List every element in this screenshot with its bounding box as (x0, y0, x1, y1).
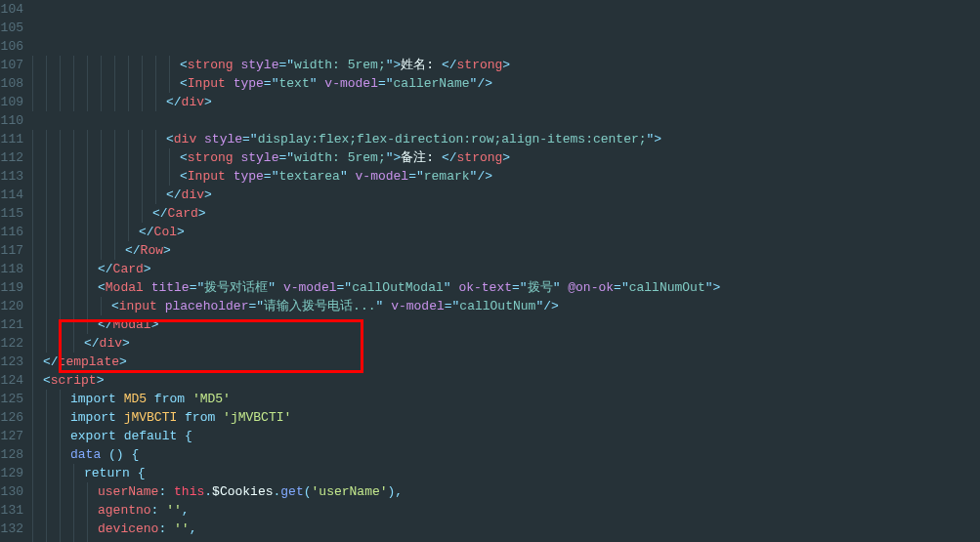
line-number: 106 (0, 37, 23, 56)
code-line[interactable]: </template> (29, 353, 980, 371)
code-line[interactable]: <strong style="width: 5rem;">备注: </stron… (29, 148, 980, 167)
code-line[interactable]: </div> (29, 93, 980, 111)
code-line[interactable]: deviceno: '', (29, 520, 980, 538)
code-line[interactable]: return { (29, 464, 980, 482)
code-line[interactable]: <Input type="text" v-model="callerName"/… (29, 74, 980, 93)
line-number: 127 (0, 427, 23, 445)
line-number: 112 (0, 148, 23, 167)
code-line[interactable]: queueno: '', (29, 538, 980, 542)
line-number: 113 (0, 167, 23, 186)
code-line[interactable]: <Input type="textarea" v-model="remark"/… (29, 167, 980, 186)
line-number: 128 (0, 445, 23, 464)
code-line[interactable]: </div> (29, 186, 980, 204)
line-number: 133 (0, 538, 23, 542)
line-number: 132 (0, 520, 23, 538)
code-line[interactable]: agentno: '', (29, 501, 980, 520)
line-number: 130 (0, 482, 23, 501)
code-line[interactable]: import jMVBCTI from 'jMVBCTI' (29, 408, 980, 427)
code-area[interactable]: <strong style="width: 5rem;">姓名: </stron… (29, 0, 980, 542)
code-line[interactable]: </Col> (29, 223, 980, 241)
code-line[interactable] (29, 111, 980, 130)
line-number: 122 (0, 334, 23, 353)
line-number: 118 (0, 260, 23, 278)
line-number: 115 (0, 204, 23, 223)
code-line[interactable]: data () { (29, 445, 980, 464)
line-number: 123 (0, 353, 23, 371)
code-line[interactable]: import MD5 from 'MD5' (29, 390, 980, 408)
code-line[interactable]: </div> (29, 334, 980, 353)
line-number: 126 (0, 408, 23, 427)
code-line[interactable]: <script> (29, 371, 980, 390)
line-number: 111 (0, 130, 23, 148)
line-number: 116 (0, 223, 23, 241)
line-number: 105 (0, 19, 23, 37)
code-line[interactable]: <div style="display:flex;flex-direction:… (29, 130, 980, 148)
line-number: 110 (0, 111, 23, 130)
code-line[interactable]: </Modal> (29, 315, 980, 334)
code-line[interactable]: </Card> (29, 204, 980, 223)
line-number: 107 (0, 56, 23, 74)
code-line[interactable]: </Row> (29, 241, 980, 260)
line-number: 108 (0, 74, 23, 93)
line-number: 119 (0, 278, 23, 297)
code-line[interactable]: <strong style="width: 5rem;">姓名: </stron… (29, 56, 980, 74)
line-number: 109 (0, 93, 23, 111)
line-number: 121 (0, 315, 23, 334)
code-line[interactable]: <Modal title="拨号对话框" v-model="callOutMod… (29, 278, 980, 297)
code-line[interactable]: userName: this.$Cookies.get('userName'), (29, 482, 980, 501)
code-editor[interactable]: 1041051061071081091101111121131141151161… (0, 0, 980, 542)
line-number: 104 (0, 0, 23, 19)
line-number: 120 (0, 297, 23, 315)
line-number: 114 (0, 186, 23, 204)
code-line[interactable]: <input placeholder="请输入拨号电话..." v-model=… (29, 297, 980, 315)
line-number: 131 (0, 501, 23, 520)
line-number: 124 (0, 371, 23, 390)
line-number-gutter: 1041051061071081091101111121131141151161… (0, 0, 29, 542)
code-line[interactable]: </Card> (29, 260, 980, 278)
code-line[interactable]: export default { (29, 427, 980, 445)
line-number: 117 (0, 241, 23, 260)
line-number: 125 (0, 390, 23, 408)
line-number: 129 (0, 464, 23, 482)
